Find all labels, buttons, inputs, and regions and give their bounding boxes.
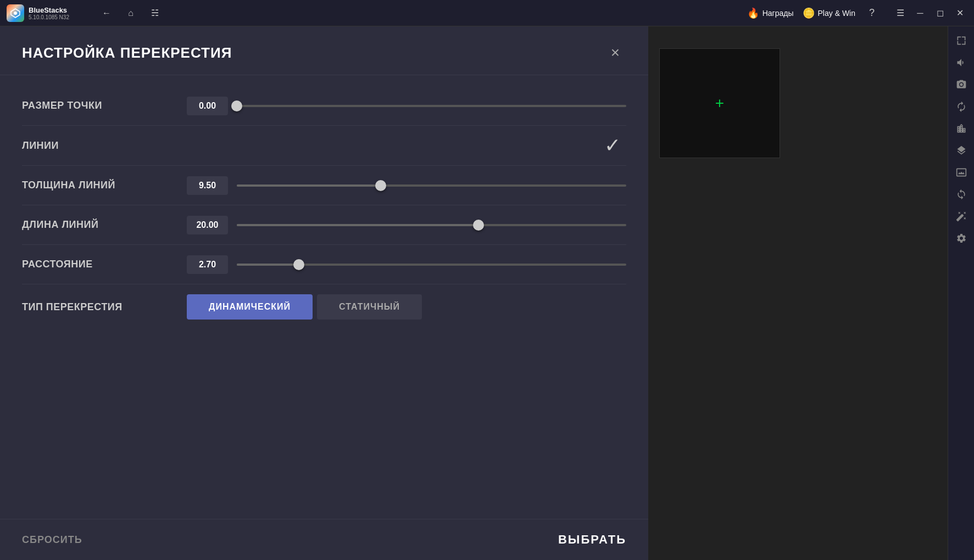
home-button[interactable]: ⌂: [123, 5, 138, 21]
distance-label: РАССТОЯНИЕ: [22, 259, 187, 270]
play-win-label: Play & Win: [818, 9, 855, 18]
thickness-control: 9.50: [187, 176, 626, 195]
lines-checkmark[interactable]: ✓: [604, 136, 621, 155]
crosshair-icon: +: [715, 96, 724, 111]
crosshair-dialog: НАСТРОЙКА ПЕРЕКРЕСТИЯ × РАЗМЕР ТОЧКИ 0.0…: [0, 26, 648, 560]
dynamic-type-button[interactable]: ДИНАМИЧЕСКИЙ: [187, 294, 313, 320]
sidebar-settings-icon[interactable]: [951, 228, 971, 248]
type-buttons: ДИНАМИЧЕСКИЙ СТАТИЧНЫЙ: [187, 294, 422, 320]
topbar-right: 🔥 Награды 🪙 Play & Win ? ☰ ─ ◻ ✕: [747, 5, 967, 21]
distance-control: 2.70: [187, 255, 626, 274]
sidebar-wand-icon[interactable]: [951, 206, 971, 226]
reset-button[interactable]: СБРОСИТЬ: [22, 534, 82, 546]
coin-icon: 🪙: [803, 7, 815, 19]
sidebar-expand-icon[interactable]: [951, 31, 971, 51]
minimize-button[interactable]: ─: [912, 5, 928, 21]
crosshair-preview: +: [659, 48, 780, 158]
right-sidebar: [948, 26, 974, 560]
rewards-badge[interactable]: 🔥 Награды: [747, 7, 794, 19]
length-control: 20.00: [187, 216, 626, 234]
preview-panel: +: [648, 26, 948, 560]
distance-value: 2.70: [187, 255, 228, 274]
thickness-value: 9.50: [187, 176, 228, 195]
menu-button[interactable]: ☰: [893, 5, 908, 21]
sidebar-sync-icon[interactable]: [951, 184, 971, 204]
setting-row-distance: РАССТОЯНИЕ 2.70: [22, 245, 626, 284]
svg-point-1: [14, 12, 17, 15]
thickness-label: ТОЛЩИНА ЛИНИЙ: [22, 180, 187, 191]
length-slider[interactable]: [237, 224, 626, 226]
setting-row-thickness: ТОЛЩИНА ЛИНИЙ 9.50: [22, 166, 626, 205]
dot-size-slider[interactable]: [237, 105, 626, 107]
static-type-button[interactable]: СТАТИЧНЫЙ: [317, 294, 422, 320]
length-label: ДЛИНА ЛИНИЙ: [22, 219, 187, 231]
length-value: 20.00: [187, 216, 228, 234]
topbar-nav: ← ⌂ ☵: [99, 5, 163, 21]
app-version: 5.10.0.1085 N32: [29, 14, 69, 20]
app-name: BlueStacks: [29, 6, 69, 14]
dot-size-value: 0.00: [187, 97, 228, 115]
dialog-close-button[interactable]: ×: [604, 42, 626, 64]
thickness-slider[interactable]: [237, 184, 626, 187]
play-win-badge[interactable]: 🪙 Play & Win: [803, 7, 855, 19]
setting-row-type: ТИП ПЕРЕКРЕСТИЯ ДИНАМИЧЕСКИЙ СТАТИЧНЫЙ: [22, 284, 626, 329]
dialog-header: НАСТРОЙКА ПЕРЕКРЕСТИЯ ×: [0, 26, 648, 75]
logo-icon: [7, 4, 24, 22]
fire-icon: 🔥: [747, 7, 759, 19]
sidebar-volume-icon[interactable]: [951, 53, 971, 72]
type-label: ТИП ПЕРЕКРЕСТИЯ: [22, 301, 187, 313]
topbar: BlueStacks 5.10.0.1085 N32 ← ⌂ ☵ 🔥 Награ…: [0, 0, 974, 26]
lines-control: ✓: [187, 136, 626, 155]
app-name-block: BlueStacks 5.10.0.1085 N32: [29, 6, 69, 20]
dot-size-label: РАЗМЕР ТОЧКИ: [22, 100, 187, 111]
sidebar-rotate-icon[interactable]: [951, 97, 971, 116]
lines-check-container: ✓: [187, 136, 626, 155]
window-controls: ☰ ─ ◻ ✕: [893, 5, 967, 21]
dot-size-control: 0.00: [187, 97, 626, 115]
sidebar-building-icon[interactable]: [951, 119, 971, 138]
dialog-body: РАЗМЕР ТОЧКИ 0.00 ЛИНИИ ✓: [0, 75, 648, 519]
dialog-title: НАСТРОЙКА ПЕРЕКРЕСТИЯ: [22, 44, 232, 61]
setting-row-length: ДЛИНА ЛИНИЙ 20.00: [22, 205, 626, 245]
rewards-label: Награды: [762, 9, 794, 18]
tabs-button[interactable]: ☵: [147, 5, 163, 21]
distance-slider[interactable]: [237, 264, 626, 266]
lines-label: ЛИНИИ: [22, 140, 187, 152]
main-area: НАСТРОЙКА ПЕРЕКРЕСТИЯ × РАЗМЕР ТОЧКИ 0.0…: [0, 26, 948, 560]
type-control: ДИНАМИЧЕСКИЙ СТАТИЧНЫЙ: [187, 294, 626, 320]
sidebar-camera-icon[interactable]: [951, 75, 971, 94]
app-logo: BlueStacks 5.10.0.1085 N32: [7, 4, 94, 22]
sidebar-layers-icon[interactable]: [951, 141, 971, 160]
back-button[interactable]: ←: [99, 5, 114, 21]
setting-row-dot-size: РАЗМЕР ТОЧКИ 0.00: [22, 86, 626, 126]
sidebar-screenshot-icon[interactable]: [951, 163, 971, 182]
close-window-button[interactable]: ✕: [952, 5, 967, 21]
maximize-button[interactable]: ◻: [932, 5, 948, 21]
select-button[interactable]: ВЫБРАТЬ: [558, 533, 626, 547]
setting-row-lines: ЛИНИИ ✓: [22, 126, 626, 166]
dialog-footer: СБРОСИТЬ ВЫБРАТЬ: [0, 519, 648, 560]
help-button[interactable]: ?: [864, 5, 880, 21]
